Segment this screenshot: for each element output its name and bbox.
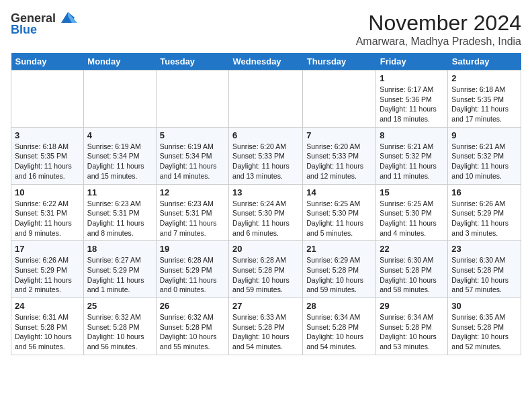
calendar-cell: 8Sunrise: 6:21 AM Sunset: 5:32 PM Daylig… [376,127,448,184]
day-info: Sunrise: 6:24 AM Sunset: 5:30 PM Dayligh… [232,199,299,238]
calendar-week-row: 1Sunrise: 6:17 AM Sunset: 5:36 PM Daylig… [11,71,521,128]
day-number: 8 [380,130,444,140]
day-info: Sunrise: 6:30 AM Sunset: 5:28 PM Dayligh… [380,255,444,295]
calendar-cell [229,71,303,128]
logo-blue-text: Blue [11,23,37,37]
calendar-cell: 19Sunrise: 6:28 AM Sunset: 5:29 PM Dayli… [156,241,228,298]
calendar-cell: 4Sunrise: 6:19 AM Sunset: 5:34 PM Daylig… [83,127,156,184]
calendar-cell [156,71,228,128]
day-info: Sunrise: 6:23 AM Sunset: 5:31 PM Dayligh… [87,199,152,238]
day-header-thursday: Thursday [303,53,376,71]
calendar-cell: 22Sunrise: 6:30 AM Sunset: 5:28 PM Dayli… [376,241,448,298]
day-info: Sunrise: 6:21 AM Sunset: 5:32 PM Dayligh… [380,142,444,181]
day-number: 30 [451,301,517,311]
day-header-saturday: Saturday [448,53,521,71]
day-info: Sunrise: 6:29 AM Sunset: 5:28 PM Dayligh… [306,255,372,295]
day-number: 10 [15,187,80,197]
calendar-cell: 16Sunrise: 6:26 AM Sunset: 5:29 PM Dayli… [448,184,521,241]
calendar-cell: 13Sunrise: 6:24 AM Sunset: 5:30 PM Dayli… [229,184,303,241]
day-number: 3 [15,130,80,140]
day-info: Sunrise: 6:26 AM Sunset: 5:29 PM Dayligh… [15,255,80,295]
calendar-cell: 20Sunrise: 6:28 AM Sunset: 5:28 PM Dayli… [229,241,303,298]
day-info: Sunrise: 6:21 AM Sunset: 5:32 PM Dayligh… [451,142,517,181]
calendar-cell [303,71,376,128]
calendar-cell: 12Sunrise: 6:23 AM Sunset: 5:31 PM Dayli… [156,184,228,241]
day-number: 27 [232,301,299,311]
day-header-friday: Friday [376,53,448,71]
day-info: Sunrise: 6:34 AM Sunset: 5:28 PM Dayligh… [306,312,372,352]
day-number: 23 [451,244,517,254]
day-info: Sunrise: 6:19 AM Sunset: 5:34 PM Dayligh… [160,142,225,181]
day-info: Sunrise: 6:20 AM Sunset: 5:33 PM Dayligh… [306,142,372,181]
day-info: Sunrise: 6:30 AM Sunset: 5:28 PM Dayligh… [451,255,517,295]
calendar-cell: 28Sunrise: 6:34 AM Sunset: 5:28 PM Dayli… [303,298,376,355]
calendar-cell: 2Sunrise: 6:18 AM Sunset: 5:35 PM Daylig… [448,71,521,128]
day-number: 28 [306,301,372,311]
day-number: 24 [15,301,80,311]
day-info: Sunrise: 6:31 AM Sunset: 5:28 PM Dayligh… [15,312,80,352]
day-number: 4 [87,130,152,140]
day-number: 5 [160,130,225,140]
day-info: Sunrise: 6:35 AM Sunset: 5:28 PM Dayligh… [451,312,517,352]
day-info: Sunrise: 6:27 AM Sunset: 5:29 PM Dayligh… [87,255,152,295]
calendar-cell: 29Sunrise: 6:34 AM Sunset: 5:28 PM Dayli… [376,298,448,355]
day-number: 7 [306,130,372,140]
calendar-cell: 6Sunrise: 6:20 AM Sunset: 5:33 PM Daylig… [229,127,303,184]
calendar-cell: 30Sunrise: 6:35 AM Sunset: 5:28 PM Dayli… [448,298,521,355]
calendar-cell: 17Sunrise: 6:26 AM Sunset: 5:29 PM Dayli… [11,241,84,298]
day-info: Sunrise: 6:17 AM Sunset: 5:36 PM Dayligh… [380,85,444,124]
day-number: 13 [232,187,299,197]
day-info: Sunrise: 6:18 AM Sunset: 5:35 PM Dayligh… [451,85,517,124]
calendar-cell: 23Sunrise: 6:30 AM Sunset: 5:28 PM Dayli… [448,241,521,298]
calendar-cell: 7Sunrise: 6:20 AM Sunset: 5:33 PM Daylig… [303,127,376,184]
day-number: 1 [380,73,444,83]
calendar-cell: 18Sunrise: 6:27 AM Sunset: 5:29 PM Dayli… [83,241,156,298]
day-number: 11 [87,187,152,197]
day-info: Sunrise: 6:32 AM Sunset: 5:28 PM Dayligh… [160,312,225,352]
logo: General Blue [11,11,77,37]
location-title: Amarwara, Madhya Pradesh, India [356,36,521,48]
day-header-monday: Monday [83,53,156,71]
day-number: 20 [232,244,299,254]
calendar-cell: 27Sunrise: 6:33 AM Sunset: 5:28 PM Dayli… [229,298,303,355]
day-number: 9 [451,130,517,140]
day-info: Sunrise: 6:26 AM Sunset: 5:29 PM Dayligh… [451,199,517,238]
day-info: Sunrise: 6:19 AM Sunset: 5:34 PM Dayligh… [87,142,152,181]
calendar-cell: 24Sunrise: 6:31 AM Sunset: 5:28 PM Dayli… [11,298,84,355]
day-number: 6 [232,130,299,140]
calendar-cell: 14Sunrise: 6:25 AM Sunset: 5:30 PM Dayli… [303,184,376,241]
calendar-cell: 5Sunrise: 6:19 AM Sunset: 5:34 PM Daylig… [156,127,228,184]
calendar-week-row: 17Sunrise: 6:26 AM Sunset: 5:29 PM Dayli… [11,241,521,298]
calendar-table: SundayMondayTuesdayWednesdayThursdayFrid… [11,53,521,355]
day-number: 17 [15,244,80,254]
day-header-wednesday: Wednesday [229,53,303,71]
day-number: 25 [87,301,152,311]
day-info: Sunrise: 6:25 AM Sunset: 5:30 PM Dayligh… [306,199,372,238]
calendar-week-row: 10Sunrise: 6:22 AM Sunset: 5:31 PM Dayli… [11,184,521,241]
day-number: 22 [380,244,444,254]
day-number: 19 [160,244,225,254]
day-number: 26 [160,301,225,311]
calendar-header-row: SundayMondayTuesdayWednesdayThursdayFrid… [11,53,521,71]
calendar-cell: 15Sunrise: 6:25 AM Sunset: 5:30 PM Dayli… [376,184,448,241]
calendar-week-row: 24Sunrise: 6:31 AM Sunset: 5:28 PM Dayli… [11,298,521,355]
day-number: 2 [451,73,517,83]
day-info: Sunrise: 6:28 AM Sunset: 5:28 PM Dayligh… [232,255,299,295]
calendar-cell: 11Sunrise: 6:23 AM Sunset: 5:31 PM Dayli… [83,184,156,241]
calendar-cell: 25Sunrise: 6:32 AM Sunset: 5:28 PM Dayli… [83,298,156,355]
logo-icon [58,11,77,26]
month-title: November 2024 [356,11,521,36]
calendar-cell [11,71,84,128]
day-info: Sunrise: 6:34 AM Sunset: 5:28 PM Dayligh… [380,312,444,352]
day-number: 16 [451,187,517,197]
day-info: Sunrise: 6:25 AM Sunset: 5:30 PM Dayligh… [380,199,444,238]
day-number: 14 [306,187,372,197]
title-area: November 2024 Amarwara, Madhya Pradesh, … [356,11,521,48]
day-header-sunday: Sunday [11,53,84,71]
calendar-cell: 9Sunrise: 6:21 AM Sunset: 5:32 PM Daylig… [448,127,521,184]
calendar-cell: 26Sunrise: 6:32 AM Sunset: 5:28 PM Dayli… [156,298,228,355]
calendar-cell [83,71,156,128]
day-info: Sunrise: 6:18 AM Sunset: 5:35 PM Dayligh… [15,142,80,181]
header: General Blue November 2024 Amarwara, Mad… [11,11,521,48]
day-info: Sunrise: 6:22 AM Sunset: 5:31 PM Dayligh… [15,199,80,238]
